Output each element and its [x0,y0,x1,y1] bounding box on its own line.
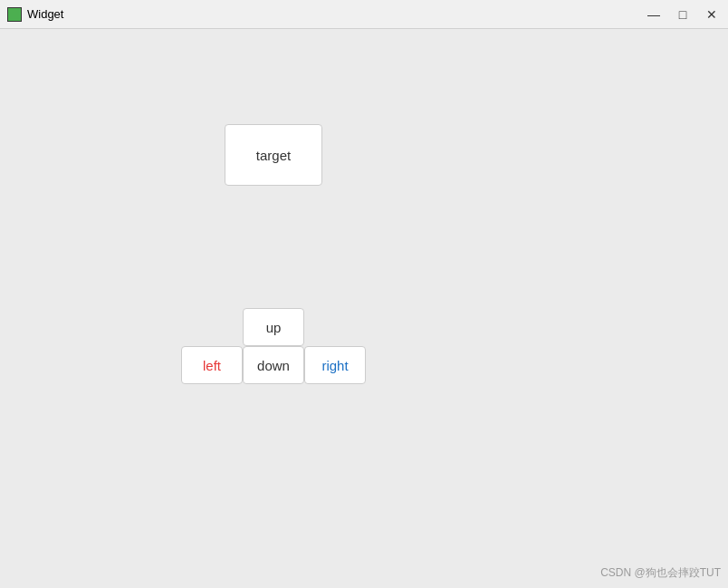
main-content: target up left down right CSDN @狗也会摔跤TUT [0,29,728,588]
title-bar: Widget — □ ✕ [0,0,728,29]
up-button[interactable]: up [243,308,304,346]
right-button[interactable]: right [304,346,366,384]
left-button[interactable]: left [181,346,243,384]
minimize-button[interactable]: — [645,5,663,24]
window-title: Widget [27,7,63,21]
close-button[interactable]: ✕ [703,5,721,24]
title-bar-controls: — □ ✕ [645,5,721,24]
title-bar-left: Widget [7,7,63,22]
maximize-button[interactable]: □ [674,5,692,24]
app-icon [7,7,22,22]
up-row: up [181,308,366,346]
down-button[interactable]: down [243,346,304,384]
direction-container: up left down right [181,308,366,384]
middle-row: left down right [181,346,366,384]
target-box: target [225,124,322,186]
watermark: CSDN @狗也会摔跤TUT [600,565,721,581]
target-label: target [256,148,291,163]
